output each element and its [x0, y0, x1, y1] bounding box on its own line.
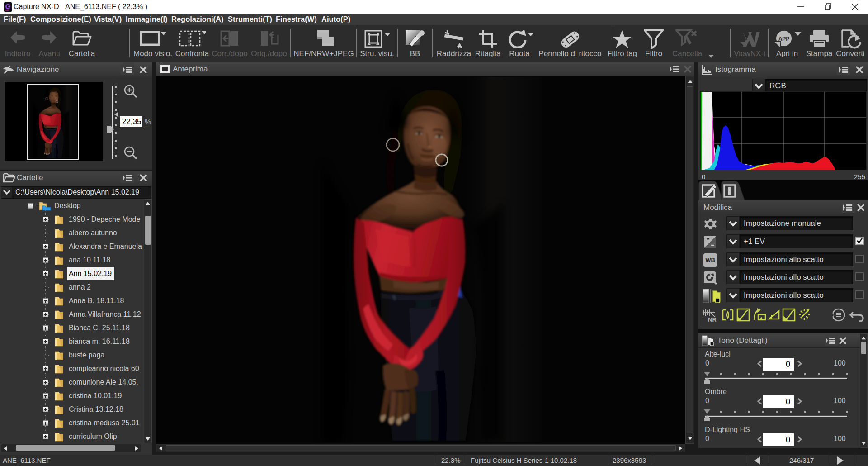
- svg-text:APP: APP: [778, 36, 790, 42]
- svg-text:NR: NR: [708, 316, 717, 323]
